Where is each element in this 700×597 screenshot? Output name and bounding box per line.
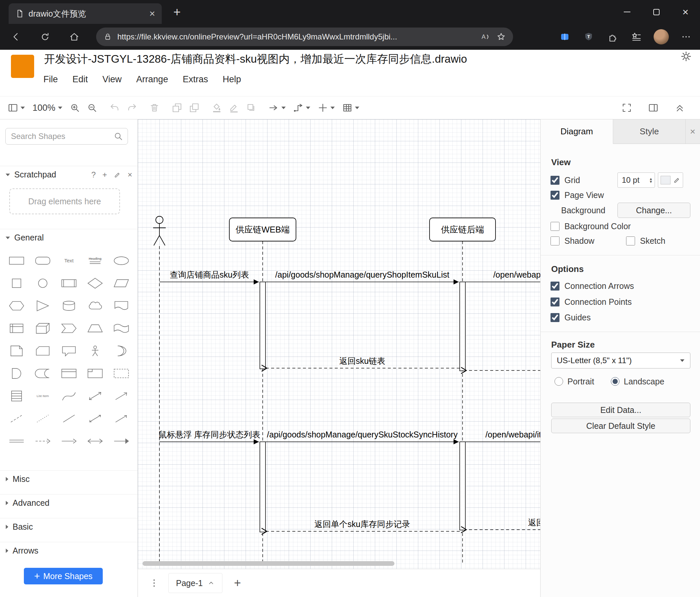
shape-arrow[interactable] bbox=[108, 385, 134, 407]
tab-style[interactable]: Style bbox=[613, 119, 686, 144]
shape-square[interactable] bbox=[3, 272, 29, 294]
zoom-out-button[interactable] bbox=[87, 103, 97, 113]
waypoints-button[interactable] bbox=[293, 103, 310, 113]
read-aloud-icon[interactable]: A bbox=[480, 32, 490, 42]
format-close-icon[interactable]: × bbox=[690, 119, 695, 144]
horizontal-scrollbar[interactable] bbox=[143, 561, 394, 566]
tab-close-icon[interactable]: × bbox=[149, 9, 155, 19]
shape-curve[interactable] bbox=[56, 385, 82, 407]
stepper-arrows-icon[interactable]: ▴▾ bbox=[650, 177, 652, 183]
menu-extras[interactable]: Extras bbox=[183, 74, 208, 85]
activation-bar-0[interactable] bbox=[260, 282, 266, 369]
pages-menu-icon[interactable] bbox=[149, 578, 159, 588]
shape-cube[interactable] bbox=[29, 317, 56, 340]
zoom-level-dropdown[interactable]: 100% bbox=[32, 103, 62, 113]
shape-hexagon[interactable] bbox=[3, 294, 29, 317]
format-panel-button[interactable] bbox=[648, 103, 658, 113]
shape-cloud[interactable] bbox=[82, 294, 108, 317]
shape-rounded-rectangle[interactable] bbox=[29, 249, 56, 272]
shape-list-item[interactable]: List Item bbox=[29, 385, 56, 407]
shape-double-arrow-edge[interactable] bbox=[82, 430, 108, 452]
menu-view[interactable]: View bbox=[102, 74, 122, 85]
shape-trapezoid[interactable] bbox=[82, 317, 108, 340]
shape-dashed-line[interactable] bbox=[3, 407, 29, 430]
shape-internal-storage[interactable] bbox=[3, 317, 29, 340]
shape-container[interactable] bbox=[56, 362, 82, 385]
scratchpad-header[interactable]: Scratchpad ? + × bbox=[0, 166, 138, 183]
close-icon[interactable]: × bbox=[128, 170, 132, 180]
view-selector-button[interactable] bbox=[8, 103, 25, 113]
section-advanced[interactable]: Advanced bbox=[0, 494, 138, 511]
section-basic[interactable]: Basic bbox=[0, 518, 138, 535]
help-icon[interactable]: ? bbox=[92, 170, 96, 180]
page-tab[interactable]: Page-1 bbox=[168, 573, 222, 593]
section-general[interactable]: General bbox=[0, 229, 138, 246]
shape-tape[interactable] bbox=[108, 317, 134, 340]
shape-line[interactable] bbox=[56, 407, 82, 430]
shape-note[interactable] bbox=[3, 340, 29, 362]
shape-directional-connector[interactable] bbox=[108, 407, 134, 430]
menu-arrange[interactable]: Arrange bbox=[136, 74, 168, 85]
fill-color-button[interactable] bbox=[212, 103, 222, 113]
favorites-bar-icon[interactable] bbox=[630, 30, 643, 44]
shape-callout[interactable] bbox=[56, 340, 82, 362]
shape-process[interactable] bbox=[56, 272, 82, 294]
theme-toggle-sun-icon[interactable] bbox=[681, 51, 691, 63]
shadow-checkbox[interactable] bbox=[551, 237, 559, 245]
add-page-button[interactable]: + bbox=[230, 576, 245, 590]
search-icon[interactable] bbox=[114, 132, 123, 141]
more-shapes-button[interactable]: + More Shapes bbox=[24, 568, 103, 584]
edit-data-button[interactable]: Edit Data... bbox=[551, 403, 691, 417]
diagram-canvas[interactable]: 供应链WEB端供应链后端查询店铺商品sku列表/api/goods/shopMa… bbox=[138, 119, 540, 569]
shape-parallelogram[interactable] bbox=[108, 272, 134, 294]
activation-bar-1[interactable] bbox=[460, 282, 465, 371]
paper-size-select[interactable]: US-Letter (8,5" x 11") bbox=[551, 353, 691, 368]
browser-tab[interactable]: drawio文件预览 × bbox=[9, 3, 162, 24]
undo-button[interactable] bbox=[110, 103, 120, 113]
shape-circle[interactable] bbox=[29, 272, 56, 294]
line-color-button[interactable] bbox=[229, 103, 239, 113]
section-arrows[interactable]: Arrows bbox=[0, 542, 138, 559]
connection-button[interactable] bbox=[269, 103, 286, 113]
zoom-in-button[interactable] bbox=[70, 103, 80, 113]
shape-step[interactable] bbox=[56, 317, 82, 340]
landscape-radio[interactable] bbox=[611, 377, 620, 386]
shape-or[interactable] bbox=[108, 340, 134, 362]
grid-checkbox[interactable] bbox=[551, 176, 559, 185]
extensions-puzzle-icon[interactable] bbox=[606, 30, 619, 44]
sketch-checkbox[interactable] bbox=[626, 237, 635, 245]
shape-ellipse[interactable] bbox=[108, 249, 134, 272]
activation-bar-2[interactable] bbox=[260, 442, 266, 532]
shape-edge[interactable] bbox=[56, 430, 82, 452]
shape-diamond[interactable] bbox=[82, 272, 108, 294]
shield-t-icon[interactable]: T bbox=[582, 30, 595, 44]
close-button[interactable]: × bbox=[671, 0, 700, 24]
maximize-button[interactable] bbox=[642, 0, 671, 24]
page-view-checkbox[interactable] bbox=[551, 191, 559, 200]
portrait-radio[interactable] bbox=[554, 377, 563, 386]
sequence-diagram[interactable]: 供应链WEB端供应链后端查询店铺商品sku列表/api/goods/shopMa… bbox=[138, 119, 540, 569]
grid-color-button[interactable] bbox=[658, 172, 683, 188]
shape-frame[interactable] bbox=[82, 362, 108, 385]
background-change-button[interactable]: Change... bbox=[618, 202, 691, 218]
insert-button[interactable] bbox=[318, 103, 335, 113]
back-icon[interactable] bbox=[9, 29, 23, 44]
to-back-button[interactable] bbox=[189, 103, 199, 113]
shape-triangle[interactable] bbox=[29, 294, 56, 317]
actor[interactable] bbox=[153, 216, 166, 245]
url-text[interactable]: https://file.kkview.cn/onlinePreview?url… bbox=[117, 32, 473, 42]
shape-card[interactable] bbox=[29, 340, 56, 362]
shape-bidirectional-arrow[interactable] bbox=[82, 385, 108, 407]
background-color-checkbox[interactable] bbox=[551, 222, 559, 231]
to-front-button[interactable] bbox=[172, 103, 182, 113]
guides-checkbox[interactable] bbox=[551, 313, 559, 322]
shape-link[interactable] bbox=[3, 430, 29, 452]
scratchpad-dropzone[interactable]: Drag elements here bbox=[9, 188, 120, 214]
shape-search[interactable] bbox=[5, 128, 128, 145]
shape-and[interactable] bbox=[3, 362, 29, 385]
shape-cylinder[interactable] bbox=[56, 294, 82, 317]
browser-menu-icon[interactable] bbox=[679, 30, 693, 44]
shape-data-storage[interactable] bbox=[29, 362, 56, 385]
menu-help[interactable]: Help bbox=[223, 74, 241, 85]
delete-button[interactable] bbox=[149, 103, 159, 113]
